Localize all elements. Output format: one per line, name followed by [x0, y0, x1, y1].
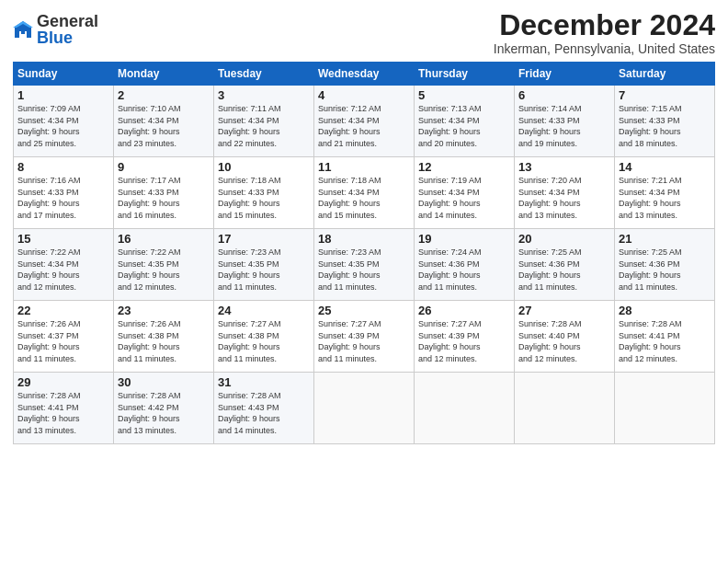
calendar-cell: 21Sunrise: 7:25 AMSunset: 4:36 PMDayligh… — [615, 229, 715, 301]
cell-info: Sunrise: 7:09 AMSunset: 4:34 PMDaylight:… — [17, 103, 109, 149]
day-number: 15 — [17, 232, 109, 246]
day-number: 12 — [418, 160, 510, 174]
logo-icon — [13, 19, 33, 40]
day-number: 7 — [619, 88, 711, 102]
day-number: 19 — [418, 232, 510, 246]
calendar-cell — [415, 373, 515, 444]
cell-info: Sunrise: 7:28 AMSunset: 4:42 PMDaylight:… — [118, 390, 210, 436]
cell-info: Sunrise: 7:18 AMSunset: 4:34 PMDaylight:… — [318, 175, 410, 221]
cell-info: Sunrise: 7:28 AMSunset: 4:40 PMDaylight:… — [518, 318, 610, 364]
calendar-cell: 30Sunrise: 7:28 AMSunset: 4:42 PMDayligh… — [114, 373, 214, 444]
cell-info: Sunrise: 7:24 AMSunset: 4:36 PMDaylight:… — [418, 247, 510, 293]
cell-info: Sunrise: 7:22 AMSunset: 4:34 PMDaylight:… — [17, 247, 109, 293]
week-row-3: 15Sunrise: 7:22 AMSunset: 4:34 PMDayligh… — [14, 229, 715, 301]
day-header-monday: Monday — [114, 63, 214, 86]
days-header-row: SundayMondayTuesdayWednesdayThursdayFrid… — [14, 63, 715, 86]
calendar-header: General Blue December 2024 Inkerman, Pen… — [13, 9, 715, 56]
week-row-4: 22Sunrise: 7:26 AMSunset: 4:37 PMDayligh… — [14, 301, 715, 373]
calendar-cell: 12Sunrise: 7:19 AMSunset: 4:34 PMDayligh… — [415, 157, 515, 229]
day-number: 10 — [218, 160, 310, 174]
location: Inkerman, Pennsylvania, United States — [494, 41, 715, 56]
day-number: 9 — [118, 160, 210, 174]
cell-info: Sunrise: 7:25 AMSunset: 4:36 PMDaylight:… — [518, 247, 610, 293]
cell-info: Sunrise: 7:11 AMSunset: 4:34 PMDaylight:… — [218, 103, 310, 149]
day-header-thursday: Thursday — [415, 63, 515, 86]
calendar-cell: 11Sunrise: 7:18 AMSunset: 4:34 PMDayligh… — [314, 157, 415, 229]
logo-text: General Blue — [37, 13, 98, 46]
calendar-cell: 31Sunrise: 7:28 AMSunset: 4:43 PMDayligh… — [214, 373, 314, 444]
day-number: 3 — [218, 88, 310, 102]
calendar-cell: 4Sunrise: 7:12 AMSunset: 4:34 PMDaylight… — [314, 86, 415, 157]
calendar-cell: 27Sunrise: 7:28 AMSunset: 4:40 PMDayligh… — [515, 301, 615, 373]
calendar-cell: 23Sunrise: 7:26 AMSunset: 4:38 PMDayligh… — [114, 301, 214, 373]
day-number: 8 — [17, 160, 109, 174]
day-number: 17 — [218, 232, 310, 246]
month-title: December 2024 — [494, 9, 715, 41]
cell-info: Sunrise: 7:27 AMSunset: 4:38 PMDaylight:… — [218, 318, 310, 364]
cell-info: Sunrise: 7:28 AMSunset: 4:43 PMDaylight:… — [218, 390, 310, 436]
logo-general: General — [37, 13, 98, 29]
calendar-cell: 20Sunrise: 7:25 AMSunset: 4:36 PMDayligh… — [515, 229, 615, 301]
day-header-saturday: Saturday — [615, 63, 715, 86]
day-number: 20 — [518, 232, 610, 246]
cell-info: Sunrise: 7:10 AMSunset: 4:34 PMDaylight:… — [118, 103, 210, 149]
calendar-cell: 19Sunrise: 7:24 AMSunset: 4:36 PMDayligh… — [415, 229, 515, 301]
svg-rect-3 — [21, 29, 25, 34]
calendar-cell: 2Sunrise: 7:10 AMSunset: 4:34 PMDaylight… — [114, 86, 214, 157]
calendar-cell: 9Sunrise: 7:17 AMSunset: 4:33 PMDaylight… — [114, 157, 214, 229]
logo: General Blue — [13, 13, 98, 46]
calendar-container: General Blue December 2024 Inkerman, Pen… — [0, 0, 728, 454]
calendar-cell: 28Sunrise: 7:28 AMSunset: 4:41 PMDayligh… — [615, 301, 715, 373]
calendar-table: SundayMondayTuesdayWednesdayThursdayFrid… — [13, 62, 715, 444]
week-row-1: 1Sunrise: 7:09 AMSunset: 4:34 PMDaylight… — [14, 86, 715, 157]
calendar-cell: 25Sunrise: 7:27 AMSunset: 4:39 PMDayligh… — [314, 301, 415, 373]
day-number: 6 — [518, 88, 610, 102]
calendar-cell: 24Sunrise: 7:27 AMSunset: 4:38 PMDayligh… — [214, 301, 314, 373]
cell-info: Sunrise: 7:26 AMSunset: 4:37 PMDaylight:… — [17, 318, 109, 364]
calendar-cell: 18Sunrise: 7:23 AMSunset: 4:35 PMDayligh… — [314, 229, 415, 301]
day-number: 25 — [318, 304, 410, 317]
calendar-cell: 29Sunrise: 7:28 AMSunset: 4:41 PMDayligh… — [14, 373, 114, 444]
cell-info: Sunrise: 7:26 AMSunset: 4:38 PMDaylight:… — [118, 318, 210, 364]
cell-info: Sunrise: 7:21 AMSunset: 4:34 PMDaylight:… — [619, 175, 711, 221]
logo-blue: Blue — [37, 29, 98, 46]
cell-info: Sunrise: 7:19 AMSunset: 4:34 PMDaylight:… — [418, 175, 510, 221]
calendar-cell: 17Sunrise: 7:23 AMSunset: 4:35 PMDayligh… — [214, 229, 314, 301]
day-number: 4 — [318, 88, 410, 102]
day-number: 21 — [619, 232, 711, 246]
day-number: 5 — [418, 88, 510, 102]
cell-info: Sunrise: 7:20 AMSunset: 4:34 PMDaylight:… — [518, 175, 610, 221]
week-row-2: 8Sunrise: 7:16 AMSunset: 4:33 PMDaylight… — [14, 157, 715, 229]
day-number: 30 — [118, 375, 210, 389]
day-number: 27 — [518, 304, 610, 317]
day-header-sunday: Sunday — [14, 63, 114, 86]
cell-info: Sunrise: 7:15 AMSunset: 4:33 PMDaylight:… — [619, 103, 711, 149]
calendar-cell: 6Sunrise: 7:14 AMSunset: 4:33 PMDaylight… — [515, 86, 615, 157]
cell-info: Sunrise: 7:28 AMSunset: 4:41 PMDaylight:… — [619, 318, 711, 364]
week-row-5: 29Sunrise: 7:28 AMSunset: 4:41 PMDayligh… — [14, 373, 715, 444]
calendar-cell: 15Sunrise: 7:22 AMSunset: 4:34 PMDayligh… — [14, 229, 114, 301]
calendar-cell: 22Sunrise: 7:26 AMSunset: 4:37 PMDayligh… — [14, 301, 114, 373]
cell-info: Sunrise: 7:23 AMSunset: 4:35 PMDaylight:… — [318, 247, 410, 293]
calendar-cell: 14Sunrise: 7:21 AMSunset: 4:34 PMDayligh… — [615, 157, 715, 229]
cell-info: Sunrise: 7:27 AMSunset: 4:39 PMDaylight:… — [418, 318, 510, 364]
calendar-cell: 10Sunrise: 7:18 AMSunset: 4:33 PMDayligh… — [214, 157, 314, 229]
day-number: 1 — [17, 88, 109, 102]
cell-info: Sunrise: 7:17 AMSunset: 4:33 PMDaylight:… — [118, 175, 210, 221]
title-block: December 2024 Inkerman, Pennsylvania, Un… — [494, 9, 715, 56]
calendar-cell: 1Sunrise: 7:09 AMSunset: 4:34 PMDaylight… — [14, 86, 114, 157]
day-header-friday: Friday — [515, 63, 615, 86]
day-number: 16 — [118, 232, 210, 246]
cell-info: Sunrise: 7:23 AMSunset: 4:35 PMDaylight:… — [218, 247, 310, 293]
cell-info: Sunrise: 7:28 AMSunset: 4:41 PMDaylight:… — [17, 390, 109, 436]
cell-info: Sunrise: 7:16 AMSunset: 4:33 PMDaylight:… — [17, 175, 109, 221]
calendar-cell — [615, 373, 715, 444]
day-number: 31 — [218, 375, 310, 389]
calendar-cell: 13Sunrise: 7:20 AMSunset: 4:34 PMDayligh… — [515, 157, 615, 229]
calendar-cell: 26Sunrise: 7:27 AMSunset: 4:39 PMDayligh… — [415, 301, 515, 373]
day-number: 23 — [118, 304, 210, 317]
day-number: 11 — [318, 160, 410, 174]
day-number: 2 — [118, 88, 210, 102]
day-number: 29 — [17, 375, 109, 389]
day-header-wednesday: Wednesday — [314, 63, 415, 86]
